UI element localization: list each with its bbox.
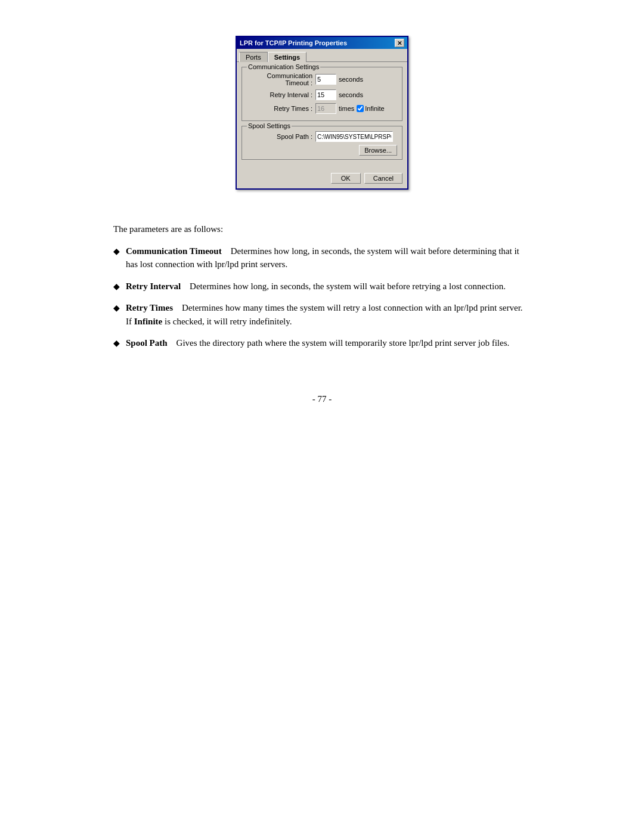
bullet-diamond-2: ◆	[113, 280, 120, 293]
interval-unit: seconds	[339, 91, 363, 98]
interval-row: Retry Interval : seconds	[247, 89, 397, 100]
text-spool: Gives the directory path where the syste…	[177, 338, 510, 348]
page-number: - 77 -	[312, 394, 332, 404]
dialog-wrapper: LPR for TCP/IP Printing Properties ✕ Por…	[48, 36, 596, 208]
body-text: The parameters are as follows: ◆ Communi…	[113, 222, 531, 358]
ok-button[interactable]: OK	[331, 173, 361, 184]
infinite-checkbox[interactable]	[357, 105, 364, 112]
retry-times-unit: times	[339, 105, 354, 112]
communication-settings-group: Communication Settings Communication Tim…	[242, 67, 402, 121]
retry-times-row: Retry Times : times Infinite	[247, 103, 397, 114]
cancel-button[interactable]: Cancel	[364, 173, 402, 184]
timeout-input[interactable]	[315, 74, 336, 85]
bullet-diamond-4: ◆	[113, 337, 120, 349]
tab-ports[interactable]: Ports	[239, 52, 268, 62]
bullet-item-spool: ◆ Spool Path Gives the directory path wh…	[113, 336, 531, 350]
dialog-title: LPR for TCP/IP Printing Properties	[240, 39, 347, 47]
bullet-content-spool: Spool Path Gives the directory path wher…	[126, 336, 509, 350]
timeout-row: Communication Timeout : seconds	[247, 72, 397, 86]
page-content: LPR for TCP/IP Printing Properties ✕ Por…	[48, 36, 596, 404]
timeout-unit: seconds	[339, 76, 363, 83]
term-infinite: Infinite	[134, 317, 163, 326]
text-interval: Determines how long, in seconds, the sys…	[190, 281, 506, 291]
dialog-footer: OK Cancel	[237, 169, 407, 188]
communication-settings-title: Communication Settings	[247, 63, 320, 70]
retry-times-label: Retry Times :	[247, 105, 315, 112]
bullet-content-interval: Retry Interval Determines how long, in s…	[126, 280, 506, 293]
interval-label: Retry Interval :	[247, 91, 315, 98]
bullet-item-timeout: ◆ Communication Timeout Determines how l…	[113, 244, 531, 271]
bullet-content-retry: Retry Times Determines how many times th…	[126, 301, 531, 328]
spool-path-input[interactable]	[315, 131, 393, 142]
text-retry2: is checked, it will retry indefinitely.	[162, 317, 292, 326]
term-spool: Spool Path	[126, 338, 168, 348]
dialog-close-button[interactable]: ✕	[395, 39, 404, 47]
term-interval: Retry Interval	[126, 281, 181, 291]
tab-ports-label: Ports	[246, 54, 261, 61]
dialog-tabs: Ports Settings	[237, 49, 407, 61]
bullet-item-retry: ◆ Retry Times Determines how many times …	[113, 301, 531, 328]
spool-path-row: Spool Path :	[247, 131, 397, 142]
term-timeout: Communication Timeout	[126, 246, 222, 256]
tab-settings[interactable]: Settings	[268, 52, 306, 62]
tab-settings-label: Settings	[274, 54, 300, 61]
bullet-diamond-3: ◆	[113, 302, 120, 314]
infinite-text: Infinite	[365, 105, 384, 112]
infinite-label[interactable]: Infinite	[357, 105, 384, 112]
dialog-body: Communication Settings Communication Tim…	[237, 61, 407, 169]
dialog-titlebar: LPR for TCP/IP Printing Properties ✕	[237, 37, 407, 49]
bullet-list: ◆ Communication Timeout Determines how l…	[113, 244, 531, 350]
term-retry: Retry Times	[126, 303, 173, 312]
spool-path-label: Spool Path :	[247, 133, 315, 140]
timeout-label: Communication Timeout :	[247, 72, 315, 86]
spool-settings-title: Spool Settings	[247, 122, 292, 129]
browse-row: Browse...	[247, 145, 397, 156]
retry-times-input[interactable]	[315, 103, 336, 114]
intro-paragraph: The parameters are as follows:	[113, 222, 531, 236]
bullet-content-timeout: Communication Timeout Determines how lon…	[126, 244, 531, 271]
bullet-diamond-1: ◆	[113, 245, 120, 258]
bullet-item-interval: ◆ Retry Interval Determines how long, in…	[113, 280, 531, 293]
interval-input[interactable]	[315, 89, 336, 100]
spool-settings-group: Spool Settings Spool Path : Browse...	[242, 126, 402, 160]
browse-button[interactable]: Browse...	[359, 145, 397, 156]
dialog-window: LPR for TCP/IP Printing Properties ✕ Por…	[236, 36, 408, 190]
